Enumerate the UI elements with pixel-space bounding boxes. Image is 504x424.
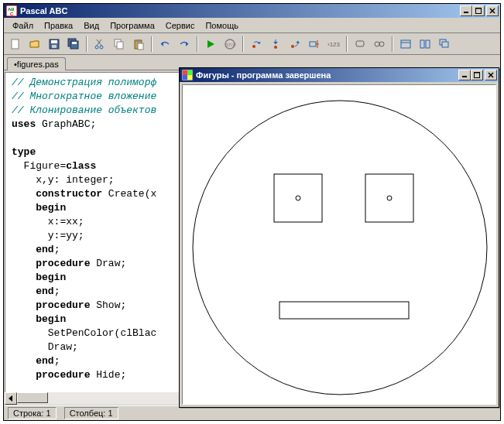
toolbar-separator bbox=[86, 36, 87, 52]
step-into-icon[interactable] bbox=[267, 36, 284, 53]
graphics-titlebar[interactable]: Фигуры - программа завершена bbox=[180, 68, 499, 82]
svg-rect-8 bbox=[12, 39, 19, 49]
paste-icon[interactable] bbox=[130, 36, 147, 53]
new-icon[interactable] bbox=[7, 36, 24, 53]
toolbar-separator bbox=[242, 36, 244, 52]
breakpoint-icon[interactable] bbox=[351, 36, 369, 53]
svg-rect-46 bbox=[187, 75, 192, 80]
run-icon[interactable] bbox=[202, 36, 219, 53]
menu-edit[interactable]: Правка bbox=[39, 19, 78, 32]
scroll-left-icon[interactable] bbox=[5, 392, 17, 405]
svg-rect-14 bbox=[72, 42, 77, 44]
child-maximize-button[interactable] bbox=[471, 70, 483, 80]
svg-point-26 bbox=[252, 45, 255, 48]
right-pupil bbox=[387, 196, 392, 200]
menu-service[interactable]: Сервис bbox=[160, 19, 201, 32]
toolbar-separator bbox=[151, 36, 153, 52]
mouth bbox=[279, 302, 409, 319]
save-all-icon[interactable] bbox=[65, 36, 82, 53]
copy-icon[interactable] bbox=[111, 36, 128, 53]
maximize-button[interactable] bbox=[472, 5, 485, 16]
child-close-button[interactable] bbox=[485, 70, 497, 80]
left-pupil bbox=[296, 196, 300, 200]
toolbar-separator bbox=[197, 36, 198, 52]
main-titlebar[interactable]: ABC Pascal ABC bbox=[4, 4, 500, 18]
menubar: Файл Правка Вид Программа Сервис Помощь bbox=[4, 18, 500, 33]
svg-point-34 bbox=[375, 42, 379, 46]
svg-point-29 bbox=[291, 45, 294, 48]
redo-icon[interactable] bbox=[176, 36, 193, 53]
menu-file[interactable]: Файл bbox=[7, 19, 39, 32]
svg-text:STOP: STOP bbox=[226, 43, 236, 47]
menu-view[interactable]: Вид bbox=[78, 19, 105, 32]
toolbar-separator bbox=[392, 36, 393, 52]
svg-rect-23 bbox=[138, 43, 143, 50]
toolbar: STOP ›123 bbox=[4, 33, 500, 55]
menu-program[interactable]: Программа bbox=[105, 19, 160, 32]
cut-icon[interactable] bbox=[91, 36, 108, 53]
status-col: Столбец: 1 bbox=[64, 407, 118, 419]
app-icon: ABC bbox=[5, 5, 18, 17]
svg-rect-43 bbox=[183, 70, 187, 75]
svg-point-18 bbox=[100, 46, 103, 49]
tab-figures[interactable]: •figures.pas bbox=[7, 57, 66, 70]
minimize-button[interactable] bbox=[460, 5, 472, 16]
step-over-icon[interactable] bbox=[248, 36, 265, 53]
svg-rect-38 bbox=[420, 40, 424, 48]
svg-rect-4 bbox=[476, 9, 482, 14]
graphics-canvas bbox=[182, 84, 496, 405]
svg-rect-36 bbox=[401, 40, 410, 48]
toolbar-separator bbox=[346, 36, 348, 52]
svg-rect-11 bbox=[52, 45, 57, 48]
run-to-cursor-icon[interactable] bbox=[306, 36, 323, 53]
svg-rect-48 bbox=[475, 73, 480, 78]
watch-icon[interactable]: ›123 bbox=[325, 36, 342, 53]
svg-rect-45 bbox=[183, 75, 187, 80]
face-outline bbox=[193, 101, 487, 395]
svg-point-27 bbox=[274, 46, 277, 49]
main-title: Pascal ABC bbox=[20, 6, 460, 15]
eval-icon[interactable] bbox=[371, 36, 388, 53]
svg-text:C: C bbox=[10, 12, 14, 16]
right-eye bbox=[365, 174, 413, 222]
graphics-title: Фигуры - программа завершена bbox=[196, 70, 458, 80]
tab-label: figures.pas bbox=[17, 60, 59, 69]
step-out-icon[interactable] bbox=[286, 36, 303, 53]
face-drawing bbox=[183, 85, 497, 405]
svg-rect-41 bbox=[442, 42, 448, 47]
menu-help[interactable]: Помощь bbox=[200, 19, 244, 32]
svg-point-17 bbox=[95, 46, 98, 49]
graphics-icon bbox=[181, 69, 194, 81]
stop-icon[interactable]: STOP bbox=[221, 36, 238, 53]
svg-rect-30 bbox=[310, 42, 316, 46]
undo-icon[interactable] bbox=[156, 36, 173, 53]
svg-rect-22 bbox=[136, 39, 140, 42]
left-eye bbox=[274, 174, 322, 222]
svg-rect-44 bbox=[187, 70, 192, 75]
svg-rect-33 bbox=[356, 41, 364, 46]
svg-point-35 bbox=[379, 42, 384, 46]
svg-rect-20 bbox=[117, 42, 123, 49]
scroll-thumb[interactable] bbox=[17, 392, 48, 403]
close-button[interactable] bbox=[486, 5, 499, 16]
svg-text:›123: ›123 bbox=[327, 41, 340, 48]
child-minimize-button[interactable] bbox=[458, 70, 471, 80]
tile-icon[interactable] bbox=[417, 36, 434, 53]
graphics-window[interactable]: Фигуры - программа завершена bbox=[179, 67, 499, 408]
cascade-icon[interactable] bbox=[436, 36, 453, 53]
svg-rect-39 bbox=[426, 40, 430, 48]
windows-icon[interactable] bbox=[397, 36, 414, 53]
svg-rect-10 bbox=[51, 40, 57, 43]
open-icon[interactable] bbox=[26, 36, 43, 53]
save-icon[interactable] bbox=[46, 36, 63, 53]
status-line: Строка: 1 bbox=[8, 407, 57, 419]
